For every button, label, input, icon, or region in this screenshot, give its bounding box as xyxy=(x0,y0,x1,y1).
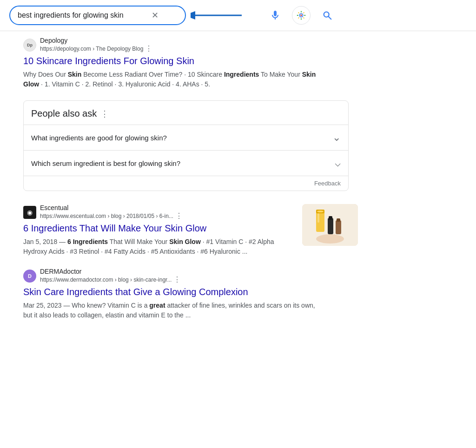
svg-point-14 xyxy=(316,234,344,244)
search-bar-wrapper: ✕ xyxy=(9,6,186,25)
site-name-escentual: Escentual xyxy=(40,204,183,211)
title-escentual[interactable]: 6 Ingredients That Will Make Your Skin G… xyxy=(23,222,295,234)
source-info-dermadoctor: DERMAdoctor https://www.dermadoctor.com … xyxy=(40,268,181,284)
favicon-escentual: ◉ xyxy=(23,206,36,219)
paa-question-0: What ingredients are good for glowing sk… xyxy=(31,134,167,142)
google-lens-icon xyxy=(296,10,306,20)
title-depology[interactable]: 10 Skincare Ingredients For Glowing Skin xyxy=(23,55,325,67)
thumbnail-escentual[interactable] xyxy=(302,204,358,246)
paa-menu-icon[interactable]: ⋮ xyxy=(100,109,109,119)
arrow-annotation xyxy=(191,6,246,25)
title-dermadoctor[interactable]: Skin Care Ingredients that Give a Glowin… xyxy=(23,286,325,298)
svg-point-9 xyxy=(317,211,324,212)
search-icon xyxy=(322,10,332,20)
snippet-escentual: Jan 5, 2018 — 6 Ingredients That Will Ma… xyxy=(23,237,295,257)
skincare-svg xyxy=(302,204,358,246)
search-input[interactable] xyxy=(18,11,148,20)
svg-rect-13 xyxy=(337,218,340,222)
result-depology: Dp Depology https://depology.com › The D… xyxy=(23,37,325,89)
mic-icon xyxy=(270,10,281,21)
result-source-dermadoctor: D DERMAdoctor https://www.dermadoctor.co… xyxy=(23,268,325,284)
search-button[interactable] xyxy=(318,6,337,25)
svg-rect-7 xyxy=(316,211,324,232)
arrow-svg xyxy=(191,6,246,25)
favicon-dermadoctor: D xyxy=(23,270,36,283)
svg-line-5 xyxy=(329,17,331,20)
mic-button[interactable] xyxy=(266,6,284,25)
snippet-dermadoctor: Mar 25, 2023 — Who knew? Vitamin C is a … xyxy=(23,301,325,320)
three-dot-depology[interactable]: ⋮ xyxy=(145,44,152,53)
result-escentual: ◉ Escentual https://www.escentual.com › … xyxy=(23,204,358,257)
result-dermadoctor: D DERMAdoctor https://www.dermadoctor.co… xyxy=(23,268,325,320)
search-icons xyxy=(266,6,337,25)
people-also-ask-section: People also ask ⋮ What ingredients are g… xyxy=(23,100,349,191)
svg-rect-12 xyxy=(336,220,341,234)
svg-rect-10 xyxy=(328,218,333,234)
thumbnail-image-escentual xyxy=(302,204,358,246)
url-dermadoctor: https://www.dermadoctor.com › blog › ski… xyxy=(40,277,172,283)
search-header: ✕ xyxy=(0,0,476,31)
url-row-dermadoctor: https://www.dermadoctor.com › blog › ski… xyxy=(40,275,181,284)
url-row-escentual: https://www.escentual.com › blog › 2018/… xyxy=(40,211,183,220)
svg-point-3 xyxy=(300,14,302,16)
paa-question-1: Which serum ingredient is best for glowi… xyxy=(31,159,180,167)
three-dot-dermadoctor[interactable]: ⋮ xyxy=(173,275,181,284)
paa-item-0[interactable]: What ingredients are good for glowing sk… xyxy=(24,125,348,150)
site-name-depology: Depology xyxy=(40,37,152,44)
result-source-escentual: ◉ Escentual https://www.escentual.com › … xyxy=(23,204,295,220)
chevron-down-icon-0: ⌄ xyxy=(332,132,341,143)
paa-header: People also ask ⋮ xyxy=(24,101,348,125)
clear-icon[interactable]: ✕ xyxy=(152,10,159,20)
url-row-depology: https://depology.com › The Depology Blog… xyxy=(40,44,152,53)
result-content-escentual: ◉ Escentual https://www.escentual.com › … xyxy=(23,204,295,257)
svg-rect-11 xyxy=(329,216,332,220)
source-info-escentual: Escentual https://www.escentual.com › bl… xyxy=(40,204,183,220)
paa-item-1[interactable]: Which serum ingredient is best for glowi… xyxy=(24,150,348,176)
source-info-depology: Depology https://depology.com › The Depo… xyxy=(40,37,152,53)
google-lens-button[interactable] xyxy=(292,6,311,25)
svg-rect-15 xyxy=(317,213,319,223)
search-results-content: Dp Depology https://depology.com › The D… xyxy=(0,37,476,320)
paa-feedback-row: Feedback xyxy=(24,176,348,191)
search-input-box[interactable]: ✕ xyxy=(9,6,186,25)
url-escentual: https://www.escentual.com › blog › 2018/… xyxy=(40,213,173,219)
three-dot-escentual[interactable]: ⋮ xyxy=(175,211,183,220)
feedback-link[interactable]: Feedback xyxy=(314,180,341,187)
paa-title: People also ask xyxy=(31,108,97,119)
snippet-depology: Why Does Our Skin Become Less Radiant Ov… xyxy=(23,70,325,89)
chevron-down-icon-1: ⌵ xyxy=(335,158,341,168)
favicon-depology: Dp xyxy=(23,39,36,52)
site-name-dermadoctor: DERMAdoctor xyxy=(40,268,181,275)
result-source-depology: Dp Depology https://depology.com › The D… xyxy=(23,37,325,53)
url-depology: https://depology.com › The Depology Blog xyxy=(40,46,143,52)
